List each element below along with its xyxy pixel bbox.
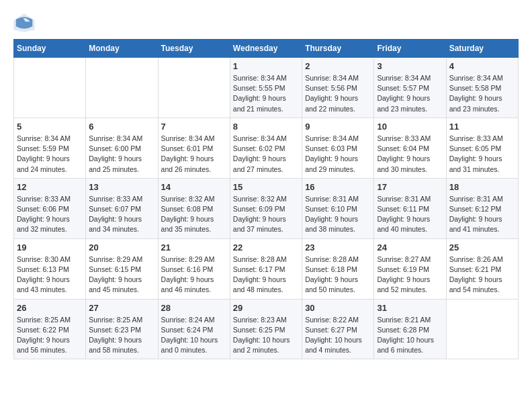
day-info: Sunrise: 8:31 AMSunset: 6:10 PMDaylight:… — [305, 194, 371, 235]
day-info: Sunrise: 8:27 AMSunset: 6:19 PMDaylight:… — [377, 255, 443, 295]
calendar-cell: 7 Sunrise: 8:34 AMSunset: 6:01 PMDayligh… — [158, 118, 230, 178]
day-number: 24 — [377, 242, 443, 253]
calendar-table: SundayMondayTuesdayWednesdayThursdayFrid… — [13, 39, 519, 359]
calendar-cell: 11 Sunrise: 8:33 AMSunset: 6:05 PMDaylig… — [446, 118, 518, 178]
day-number: 4 — [449, 61, 515, 71]
day-number: 21 — [161, 242, 227, 253]
day-info: Sunrise: 8:34 AMSunset: 6:02 PMDaylight:… — [233, 134, 299, 175]
day-number: 3 — [377, 61, 443, 71]
calendar-cell: 10 Sunrise: 8:33 AMSunset: 6:04 PMDaylig… — [374, 118, 446, 178]
day-info: Sunrise: 8:33 AMSunset: 6:07 PMDaylight:… — [89, 194, 154, 235]
calendar-cell: 20 Sunrise: 8:29 AMSunset: 6:15 PMDaylig… — [86, 238, 158, 299]
calendar-cell: 31 Sunrise: 8:21 AMSunset: 6:28 PMDaylig… — [374, 299, 446, 359]
day-number: 6 — [89, 122, 154, 132]
calendar-cell: 24 Sunrise: 8:27 AMSunset: 6:19 PMDaylig… — [374, 238, 446, 299]
weekday-header-friday: Friday — [374, 40, 446, 58]
day-info: Sunrise: 8:26 AMSunset: 6:21 PMDaylight:… — [449, 255, 515, 295]
day-info: Sunrise: 8:32 AMSunset: 6:09 PMDaylight:… — [233, 194, 299, 235]
calendar-cell — [86, 58, 158, 118]
calendar-cell: 5 Sunrise: 8:34 AMSunset: 5:59 PMDayligh… — [14, 118, 86, 178]
calendar-cell: 6 Sunrise: 8:34 AMSunset: 6:00 PMDayligh… — [86, 118, 158, 178]
day-number: 12 — [17, 182, 83, 192]
weekday-header-wednesday: Wednesday — [230, 40, 302, 58]
day-info: Sunrise: 8:25 AMSunset: 6:23 PMDaylight:… — [89, 315, 154, 356]
calendar-cell: 15 Sunrise: 8:32 AMSunset: 6:09 PMDaylig… — [230, 178, 302, 238]
day-info: Sunrise: 8:31 AMSunset: 6:11 PMDaylight:… — [377, 194, 443, 235]
weekday-header-monday: Monday — [86, 40, 158, 58]
calendar-cell: 23 Sunrise: 8:28 AMSunset: 6:18 PMDaylig… — [302, 238, 374, 299]
day-number: 1 — [233, 61, 299, 71]
day-number: 23 — [305, 242, 371, 253]
day-number: 19 — [17, 242, 83, 253]
calendar-cell: 21 Sunrise: 8:29 AMSunset: 6:16 PMDaylig… — [158, 238, 230, 299]
day-info: Sunrise: 8:34 AMSunset: 6:01 PMDaylight:… — [161, 134, 227, 175]
calendar-cell: 1 Sunrise: 8:34 AMSunset: 5:55 PMDayligh… — [230, 58, 302, 118]
day-number: 9 — [305, 122, 371, 132]
day-number: 20 — [89, 242, 154, 253]
calendar-cell: 17 Sunrise: 8:31 AMSunset: 6:11 PMDaylig… — [374, 178, 446, 238]
weekday-header-saturday: Saturday — [446, 40, 518, 58]
calendar-cell: 19 Sunrise: 8:30 AMSunset: 6:13 PMDaylig… — [14, 238, 86, 299]
day-info: Sunrise: 8:24 AMSunset: 6:24 PMDaylight:… — [161, 315, 227, 356]
calendar-cell: 4 Sunrise: 8:34 AMSunset: 5:58 PMDayligh… — [446, 58, 518, 118]
day-number: 11 — [449, 122, 515, 132]
weekday-header-sunday: Sunday — [14, 40, 86, 58]
day-number: 28 — [161, 303, 227, 313]
calendar-cell — [158, 58, 230, 118]
calendar-cell: 2 Sunrise: 8:34 AMSunset: 5:56 PMDayligh… — [302, 58, 374, 118]
day-info: Sunrise: 8:31 AMSunset: 6:12 PMDaylight:… — [449, 194, 515, 235]
day-info: Sunrise: 8:21 AMSunset: 6:28 PMDaylight:… — [377, 315, 443, 356]
calendar-cell: 28 Sunrise: 8:24 AMSunset: 6:24 PMDaylig… — [158, 299, 230, 359]
calendar-cell: 16 Sunrise: 8:31 AMSunset: 6:10 PMDaylig… — [302, 178, 374, 238]
day-number: 17 — [377, 182, 443, 192]
day-number: 25 — [449, 242, 515, 253]
calendar-cell: 3 Sunrise: 8:34 AMSunset: 5:57 PMDayligh… — [374, 58, 446, 118]
calendar-cell: 29 Sunrise: 8:23 AMSunset: 6:25 PMDaylig… — [230, 299, 302, 359]
day-info: Sunrise: 8:25 AMSunset: 6:22 PMDaylight:… — [17, 315, 83, 356]
day-number: 5 — [17, 122, 83, 132]
calendar-cell: 22 Sunrise: 8:28 AMSunset: 6:17 PMDaylig… — [230, 238, 302, 299]
day-info: Sunrise: 8:29 AMSunset: 6:16 PMDaylight:… — [161, 255, 227, 295]
day-number: 15 — [233, 182, 299, 192]
day-info: Sunrise: 8:34 AMSunset: 6:00 PMDaylight:… — [89, 134, 154, 175]
day-info: Sunrise: 8:34 AMSunset: 5:55 PMDaylight:… — [233, 73, 299, 114]
day-info: Sunrise: 8:34 AMSunset: 5:56 PMDaylight:… — [305, 73, 371, 114]
day-number: 29 — [233, 303, 299, 313]
calendar-cell — [446, 299, 518, 359]
day-number: 26 — [17, 303, 83, 313]
calendar-cell: 9 Sunrise: 8:34 AMSunset: 6:03 PMDayligh… — [302, 118, 374, 178]
weekday-header-thursday: Thursday — [302, 40, 374, 58]
day-info: Sunrise: 8:33 AMSunset: 6:06 PMDaylight:… — [17, 194, 83, 235]
day-number: 8 — [233, 122, 299, 132]
day-info: Sunrise: 8:28 AMSunset: 6:18 PMDaylight:… — [305, 255, 371, 295]
calendar-cell: 18 Sunrise: 8:31 AMSunset: 6:12 PMDaylig… — [446, 178, 518, 238]
calendar-cell: 13 Sunrise: 8:33 AMSunset: 6:07 PMDaylig… — [86, 178, 158, 238]
day-info: Sunrise: 8:22 AMSunset: 6:27 PMDaylight:… — [305, 315, 371, 356]
day-number: 22 — [233, 242, 299, 253]
day-number: 27 — [89, 303, 154, 313]
day-info: Sunrise: 8:23 AMSunset: 6:25 PMDaylight:… — [233, 315, 299, 356]
day-number: 2 — [305, 61, 371, 71]
day-number: 16 — [305, 182, 371, 192]
day-number: 13 — [89, 182, 154, 192]
day-info: Sunrise: 8:34 AMSunset: 5:57 PMDaylight:… — [377, 73, 443, 114]
day-info: Sunrise: 8:33 AMSunset: 6:05 PMDaylight:… — [449, 134, 515, 175]
day-info: Sunrise: 8:28 AMSunset: 6:17 PMDaylight:… — [233, 255, 299, 295]
day-info: Sunrise: 8:29 AMSunset: 6:15 PMDaylight:… — [89, 255, 154, 295]
calendar-cell — [14, 58, 86, 118]
day-number: 7 — [161, 122, 227, 132]
day-info: Sunrise: 8:34 AMSunset: 5:58 PMDaylight:… — [449, 73, 515, 114]
page-header — [13, 13, 519, 32]
day-info: Sunrise: 8:34 AMSunset: 5:59 PMDaylight:… — [17, 134, 83, 175]
day-number: 30 — [305, 303, 371, 313]
day-number: 14 — [161, 182, 227, 192]
calendar-cell: 30 Sunrise: 8:22 AMSunset: 6:27 PMDaylig… — [302, 299, 374, 359]
day-info: Sunrise: 8:30 AMSunset: 6:13 PMDaylight:… — [17, 255, 83, 295]
calendar-cell: 26 Sunrise: 8:25 AMSunset: 6:22 PMDaylig… — [14, 299, 86, 359]
day-number: 18 — [449, 182, 515, 192]
logo-icon — [13, 13, 35, 32]
weekday-header-tuesday: Tuesday — [158, 40, 230, 58]
calendar-cell: 25 Sunrise: 8:26 AMSunset: 6:21 PMDaylig… — [446, 238, 518, 299]
calendar-cell: 8 Sunrise: 8:34 AMSunset: 6:02 PMDayligh… — [230, 118, 302, 178]
day-number: 31 — [377, 303, 443, 313]
